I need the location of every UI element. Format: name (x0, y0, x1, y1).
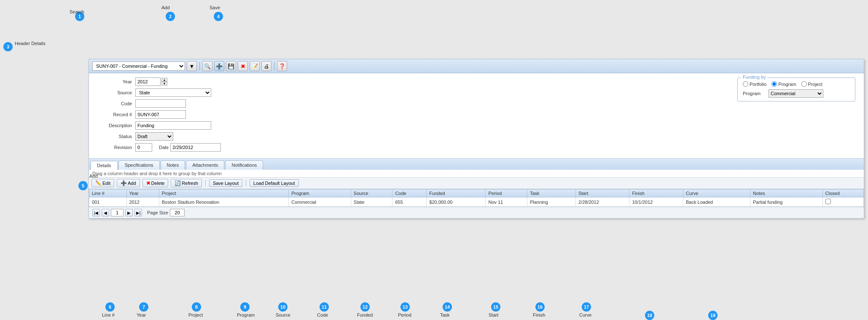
grid-refresh-btn[interactable]: 🔄 Refresh (171, 179, 202, 187)
program-row: Program CommercialResidentialIndustrial (743, 89, 850, 98)
print-btn[interactable]: 🖨 (261, 61, 271, 71)
grid-sep-1 (205, 180, 206, 187)
radio-portfolio-label: Portfolio (750, 82, 766, 87)
badge-18-area: 18 Notes (645, 311, 657, 316)
page-last-btn[interactable]: ▶| (134, 209, 142, 216)
badge-9-area: 9 Program (240, 302, 258, 307)
radio-program[interactable]: Program (771, 81, 796, 87)
tab-specifications[interactable]: Specifications (118, 160, 160, 170)
delete-label: Delete (151, 181, 165, 186)
toolbar-separator-2 (274, 62, 274, 70)
badge-17-area: 17 Curve (582, 302, 594, 307)
tab-notes[interactable]: Notes (161, 160, 185, 170)
label-add-5: Add (89, 173, 98, 179)
closed-checkbox[interactable] (825, 199, 831, 204)
col-header-curve[interactable]: Curve (683, 189, 750, 197)
save-layout-label: Save Layout (213, 181, 239, 186)
load-default-btn[interactable]: Load Default Layout (250, 179, 298, 187)
revision-label: Revision (97, 145, 135, 150)
page-size-label: Page Size (147, 210, 168, 215)
form-left: Year ▲ ▼ Source State (97, 77, 729, 154)
year-input[interactable] (135, 77, 161, 86)
col-header-code[interactable]: Code (392, 189, 427, 197)
cell-closed[interactable] (822, 197, 863, 207)
help-btn[interactable]: ❓ (277, 61, 287, 71)
page-prev-btn[interactable]: ◀ (102, 209, 109, 216)
description-input[interactable] (135, 121, 211, 130)
year-up[interactable]: ▲ (161, 78, 167, 82)
col-header-program[interactable]: Program (289, 189, 351, 197)
col-header-period[interactable]: Period (486, 189, 527, 197)
label-8: Project (188, 312, 203, 317)
description-label: Description (97, 123, 135, 128)
date-label: Date (159, 145, 169, 150)
add-btn[interactable]: ➕ (214, 61, 224, 71)
record-label: Record # (97, 112, 135, 117)
badge-13-area: 13 Period (400, 302, 414, 307)
cell-source: State (351, 197, 392, 207)
col-header-year[interactable]: Year (126, 189, 159, 197)
col-header-closed[interactable]: Closed (822, 189, 863, 197)
tabs-row: Details Specifications Notes Attachments… (89, 159, 864, 170)
delete-btn[interactable]: ✖ (238, 61, 248, 71)
cell-code: 655 (392, 197, 427, 207)
radio-project[interactable]: Project (801, 81, 822, 87)
status-label: Status (97, 134, 135, 139)
col-header-line[interactable]: Line # (89, 189, 127, 197)
cell-line: 001 (89, 197, 127, 207)
badge-12-area: 12 Funded (360, 302, 376, 307)
col-header-start[interactable]: Start (575, 189, 629, 197)
year-down[interactable]: ▼ (161, 82, 167, 85)
source-select[interactable]: State (135, 88, 211, 97)
record-selector[interactable]: SUNY-007 - Commercial - Funding (92, 61, 185, 71)
page-next-btn[interactable]: ▶ (125, 209, 133, 216)
search-btn[interactable]: 🔍 (202, 61, 212, 71)
label-9: Program (237, 312, 255, 317)
dropdown-arrow-btn[interactable]: ▼ (187, 61, 197, 71)
tab-details[interactable]: Details (91, 161, 118, 170)
grid-delete-btn[interactable]: ✖ Delete (142, 179, 169, 187)
radio-portfolio[interactable]: Portfolio (743, 81, 766, 87)
record-input[interactable] (135, 110, 186, 119)
radio-project-input[interactable] (801, 81, 807, 87)
grid-edit-btn[interactable]: ✏️ Edit (91, 179, 114, 187)
status-row: Status Draft Active Closed (97, 132, 729, 141)
badge-7: 7 (139, 302, 148, 312)
badge-4: 4 (214, 12, 223, 21)
col-header-finish[interactable]: Finish (629, 189, 683, 197)
col-header-notes[interactable]: Notes (750, 189, 823, 197)
tab-attachments[interactable]: Attachments (186, 160, 224, 170)
date-input[interactable] (170, 143, 221, 152)
badge-15: 15 (491, 302, 500, 312)
grid-drag-hint: Drag a column header and drop it here to… (89, 170, 864, 178)
radio-program-input[interactable] (771, 81, 777, 87)
grid-add-btn[interactable]: ➕ Add (117, 179, 140, 187)
col-header-funded[interactable]: Funded (427, 189, 486, 197)
badge-3: 3 (3, 42, 13, 51)
badge-7-area: 7 Year (139, 302, 148, 307)
save-btn[interactable]: 💾 (226, 61, 236, 71)
save-layout-btn[interactable]: Save Layout (209, 179, 242, 187)
program-select[interactable]: CommercialResidentialIndustrial (769, 89, 823, 98)
year-row: Year ▲ ▼ (97, 77, 729, 86)
page-first-btn[interactable]: |◀ (92, 209, 100, 216)
col-header-project[interactable]: Project (159, 189, 289, 197)
radio-portfolio-input[interactable] (743, 81, 748, 87)
col-header-source[interactable]: Source (351, 189, 392, 197)
badge-2: 2 (166, 12, 175, 21)
revision-input[interactable] (135, 143, 152, 152)
table-row: 001 2012 Boston Stadium Renovation Comme… (89, 197, 864, 207)
note-btn[interactable]: 📝 (250, 61, 260, 71)
code-input[interactable] (135, 99, 186, 108)
edit-icon: ✏️ (95, 180, 102, 186)
cell-year: 2012 (126, 197, 159, 207)
revision-row: Revision Date (97, 143, 729, 152)
tab-notifications[interactable]: Notifications (225, 160, 263, 170)
status-select[interactable]: Draft Active Closed (135, 132, 173, 141)
refresh-label: Refresh (182, 181, 198, 186)
badge-12: 12 (360, 302, 370, 312)
page-number-input[interactable] (111, 209, 124, 216)
page-size-input[interactable] (170, 209, 185, 216)
col-header-task[interactable]: Task (527, 189, 576, 197)
source-row: Source State (97, 88, 729, 97)
